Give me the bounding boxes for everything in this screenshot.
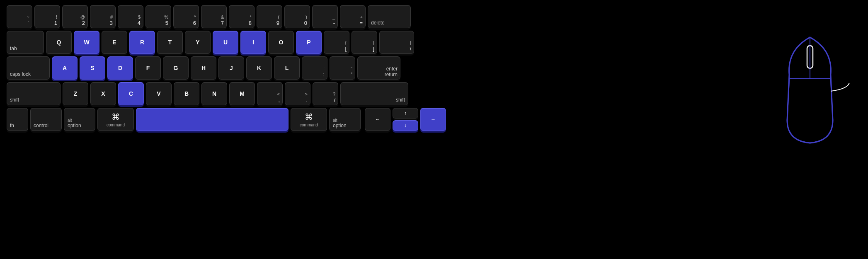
key-i[interactable]: I [240,31,266,54]
key-a[interactable]: A [52,56,78,80]
key-control[interactable]: control [30,108,62,131]
key-j[interactable]: J [218,56,244,80]
key-n[interactable]: N [201,82,227,105]
key-4[interactable]: $4 [118,5,143,28]
key-cmd-left[interactable]: ⌘ command [97,108,134,131]
key-comma[interactable]: <, [257,82,283,105]
asdf-row: caps lock A S D F G H J [7,56,632,80]
key-lbracket[interactable]: {[ [324,31,349,54]
key-quote[interactable]: "' [330,56,355,80]
arrow-cluster: ← ↑ ↓ → [365,108,446,131]
key-x[interactable]: X [90,82,116,105]
number-row: ~` !1 @2 #3 $4 %5 ^6 &7 [7,5,632,28]
key-minus[interactable]: _- [312,5,338,28]
key-3[interactable]: #3 [90,5,116,28]
key-m[interactable]: M [229,82,255,105]
key-alt-right[interactable]: alt option [329,108,361,131]
key-l[interactable]: L [274,56,300,80]
key-shift-right[interactable]: shift [340,82,408,105]
key-o[interactable]: O [268,31,294,54]
key-f[interactable]: F [135,56,161,80]
key-u[interactable]: U [213,31,238,54]
key-delete[interactable]: delete [368,5,411,28]
key-capslock[interactable]: caps lock [7,56,50,80]
bottom-row: fn control alt option ⌘ command ⌘ [7,108,632,131]
key-fn[interactable]: fn [7,108,28,131]
key-cmd-right[interactable]: ⌘ command [291,108,327,131]
key-0[interactable]: )0 [284,5,310,28]
key-5[interactable]: %5 [145,5,171,28]
key-s[interactable]: S [80,56,105,80]
key-v[interactable]: V [146,82,172,105]
key-h[interactable]: H [191,56,216,80]
key-tilde[interactable]: ~` [7,5,32,28]
keyboard: ~` !1 @2 #3 $4 %5 ^6 &7 [0,0,638,138]
zxcv-row: shift Z X C V B N M <, [7,82,632,105]
key-period[interactable]: >. [285,82,310,105]
key-7[interactable]: &7 [201,5,227,28]
key-2[interactable]: @2 [62,5,88,28]
key-8[interactable]: *8 [229,5,255,28]
key-1[interactable]: !1 [34,5,60,28]
key-enter[interactable]: enterreturn [357,56,400,80]
arrow-up-down: ↑ ↓ [393,108,418,131]
key-z[interactable]: Z [63,82,88,105]
key-w[interactable]: W [74,31,99,54]
key-q[interactable]: Q [46,31,72,54]
key-d[interactable]: D [107,56,133,80]
key-arrow-left[interactable]: ← [365,108,390,131]
key-rbracket[interactable]: }] [352,31,377,54]
qwerty-row: tab Q W E R T Y U I [7,31,632,54]
key-r[interactable]: R [129,31,155,54]
key-tab[interactable]: tab [7,31,44,54]
mouse-illustration [764,25,860,153]
key-semicolon[interactable]: :; [302,56,327,80]
key-b[interactable]: B [174,82,199,105]
key-t[interactable]: T [157,31,183,54]
key-arrow-down[interactable]: ↓ [393,120,418,131]
key-equals[interactable]: += [340,5,366,28]
key-shift-left[interactable]: shift [7,82,61,105]
key-c[interactable]: C [118,82,144,105]
key-e[interactable]: E [102,31,127,54]
key-9[interactable]: (9 [257,5,282,28]
key-space[interactable] [136,108,289,131]
key-slash[interactable]: ?/ [313,82,338,105]
key-k[interactable]: K [246,56,272,80]
key-g[interactable]: G [163,56,189,80]
key-arrow-right[interactable]: → [420,108,446,131]
key-backslash[interactable]: |\ [379,31,414,54]
key-y[interactable]: Y [185,31,211,54]
keyboard-container: ~` !1 @2 #3 $4 %5 ^6 &7 [0,0,868,259]
key-alt-left[interactable]: alt option [64,108,95,131]
key-6[interactable]: ^6 [173,5,199,28]
key-arrow-up[interactable]: ↑ [393,108,418,119]
key-p[interactable]: P [296,31,322,54]
